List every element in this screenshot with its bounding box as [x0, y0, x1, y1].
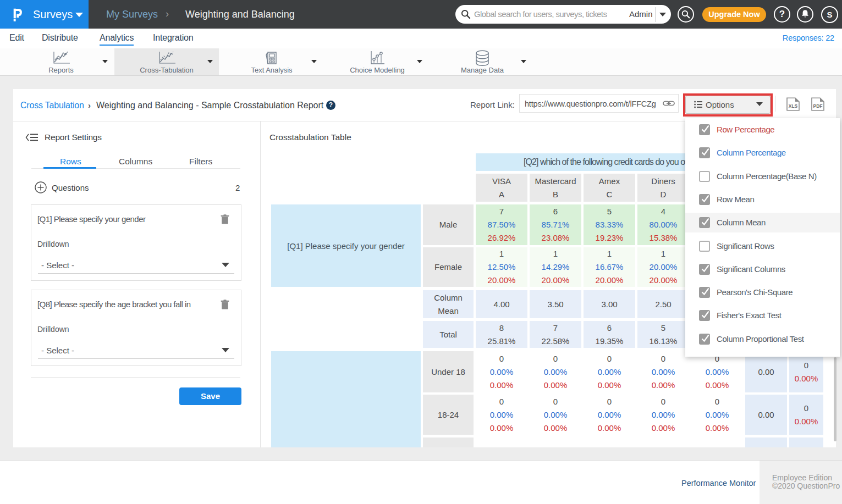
svg-text:PDF: PDF	[813, 103, 823, 109]
svg-text:XLS: XLS	[789, 103, 798, 109]
